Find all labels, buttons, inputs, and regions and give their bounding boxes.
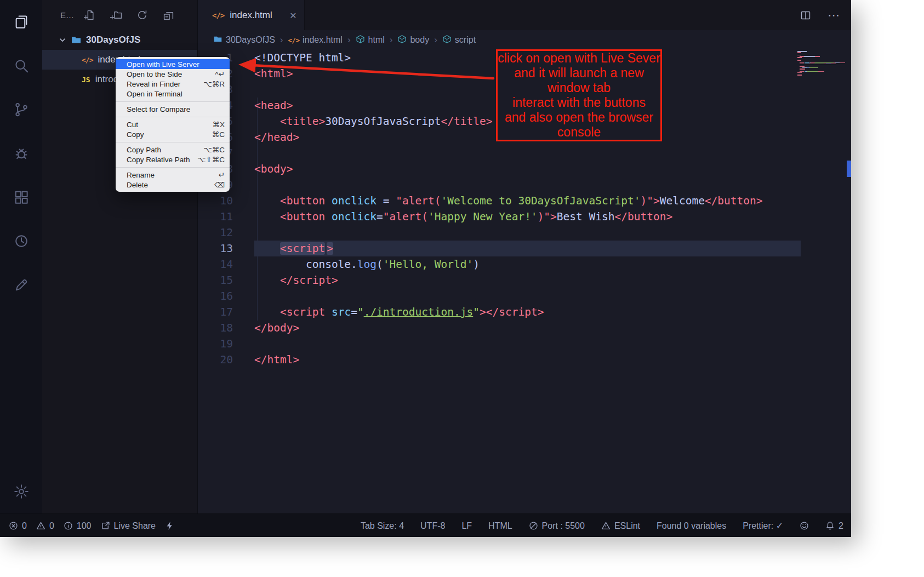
history-icon[interactable] <box>0 219 42 263</box>
folder-label: 30DaysOfJS <box>86 35 140 45</box>
menu-item-rename[interactable]: Rename↵ <box>116 170 230 180</box>
tab-bar: </> index.html × ⋯ <box>198 0 851 30</box>
tab-label: index.html <box>230 10 272 21</box>
status-label: Tab Size: 4 <box>361 521 404 531</box>
folder-icon <box>213 35 223 46</box>
menu-item-select-for-compare[interactable]: Select for Compare <box>116 104 230 114</box>
status-label: LF <box>461 521 472 531</box>
new-file-icon[interactable] <box>84 9 95 21</box>
annotation-line: interact with the buttons <box>498 95 660 110</box>
code-line-10[interactable]: 10 <button onclick = "alert('Welcome to … <box>198 193 851 209</box>
settings-icon[interactable] <box>0 470 42 513</box>
menu-item-copy-relative-path[interactable]: Copy Relative Path⌥⇧⌘C <box>116 155 230 164</box>
status-found-0-variables[interactable]: Found 0 variables <box>657 521 726 531</box>
status-html[interactable]: HTML <box>488 521 512 531</box>
search-icon[interactable] <box>0 44 42 88</box>
menu-item-cut[interactable]: Cut⌘X <box>116 119 230 129</box>
symbol-cube-icon <box>356 35 365 46</box>
status-utf-8[interactable]: UTF-8 <box>420 521 445 531</box>
line-number: 17 <box>198 304 233 320</box>
split-editor-icon[interactable] <box>800 10 811 21</box>
status-lf[interactable]: LF <box>461 521 472 531</box>
html-file-icon: </> <box>212 11 224 20</box>
status-100[interactable]: 100 <box>64 521 92 531</box>
folder-icon <box>71 35 82 45</box>
extensions-icon[interactable] <box>0 175 42 219</box>
code-line-18[interactable]: 18</body> <box>198 320 851 336</box>
activity-bar <box>0 0 42 513</box>
code-line-14[interactable]: 14 console.log('Hello, World') <box>198 256 851 272</box>
breadcrumb-html[interactable]: html <box>356 35 385 46</box>
status-label: UTF-8 <box>420 521 445 531</box>
debug-icon[interactable] <box>0 132 42 175</box>
code-line-12[interactable]: 12 <box>198 225 851 241</box>
folder-row-30daysofjs[interactable]: 30DaysOfJS <box>42 30 197 50</box>
html-file-icon: </> <box>82 56 93 64</box>
context-menu: Open with Live ServerOpen to the Side^↵R… <box>116 57 230 192</box>
menu-item-open-to-the-side[interactable]: Open to the Side^↵ <box>116 69 230 79</box>
more-actions-icon[interactable]: ⋯ <box>828 8 840 22</box>
line-number: 20 <box>198 352 233 368</box>
status-prettier-[interactable]: Prettier: ✓ <box>743 521 783 531</box>
menu-separator <box>116 167 230 168</box>
code-line-13[interactable]: 13 <script> <box>198 241 851 256</box>
smiley-icon <box>800 521 809 530</box>
status-tab-size-4[interactable]: Tab Size: 4 <box>361 521 404 531</box>
breadcrumb-30daysofjs[interactable]: 30DaysOfJS <box>213 35 275 46</box>
status-label: Live Share <box>114 521 156 531</box>
status-2[interactable]: 2 <box>825 521 843 531</box>
code-line-9[interactable]: 9 <box>198 177 851 193</box>
menu-item-open-with-live-server[interactable]: Open with Live Server <box>116 59 230 69</box>
status-label: 100 <box>77 521 92 531</box>
menu-item-copy[interactable]: Copy⌘C <box>116 129 230 139</box>
line-number: 19 <box>198 336 233 352</box>
tab-index-html[interactable]: </> index.html × <box>198 0 305 30</box>
annotation-line: window tab <box>498 81 660 95</box>
breadcrumb-script[interactable]: script <box>442 35 476 46</box>
status-live-share[interactable]: Live Share <box>101 521 156 531</box>
source-control-icon[interactable] <box>0 88 42 132</box>
code-line-19[interactable]: 19 <box>198 336 851 352</box>
code-line-11[interactable]: 11 <button onclick="alert('Happy New Yea… <box>198 209 851 225</box>
line-number: 11 <box>198 209 233 225</box>
status-port-5500[interactable]: Port : 5500 <box>529 521 585 531</box>
code-line-20[interactable]: 20</html> <box>198 352 851 368</box>
code-line-15[interactable]: 15 </script> <box>198 272 851 288</box>
refresh-icon[interactable] <box>136 9 148 21</box>
status-0[interactable]: 0 <box>9 521 27 531</box>
new-folder-icon[interactable] <box>110 9 122 21</box>
warning-icon <box>601 521 611 530</box>
menu-item-open-in-terminal[interactable]: Open in Terminal <box>116 89 230 99</box>
close-icon[interactable]: × <box>290 9 296 21</box>
breadcrumb-separator: › <box>347 35 351 45</box>
info-icon <box>64 521 73 530</box>
status-label: HTML <box>488 521 512 531</box>
status-smiley[interactable] <box>800 521 809 530</box>
status-0[interactable]: 0 <box>36 521 54 531</box>
status-eslint[interactable]: ESLint <box>601 521 640 531</box>
editor-actions: ⋯ <box>800 0 851 30</box>
code-line-8[interactable]: 8<body> <box>198 161 851 177</box>
status-bolt[interactable] <box>165 521 174 530</box>
status-left: 00100Live Share <box>9 521 174 531</box>
menu-item-copy-path[interactable]: Copy Path⌥⌘C <box>116 145 230 155</box>
pen-icon[interactable] <box>0 263 42 307</box>
status-right: Tab Size: 4UTF-8LFHTMLPort : 5500ESLintF… <box>361 521 843 531</box>
breadcrumb-separator: › <box>390 35 393 45</box>
code-line-17[interactable]: 17 <script src="./introduction.js"></scr… <box>198 304 851 320</box>
code-line-7[interactable]: 7 <box>198 145 851 161</box>
explorer-icon[interactable] <box>0 0 42 44</box>
minimap[interactable] <box>797 51 847 76</box>
status-label: Found 0 variables <box>657 521 726 531</box>
menu-item-reveal-in-finder[interactable]: Reveal in Finder⌥⌘R <box>116 79 230 89</box>
breadcrumb-index-html[interactable]: </>index.html <box>288 35 342 45</box>
collapse-all-icon[interactable] <box>163 9 174 21</box>
error-icon <box>9 521 18 530</box>
menu-item-delete[interactable]: Delete⌫ <box>116 180 230 190</box>
live-share-icon <box>101 521 110 530</box>
annotation-line: console <box>498 125 660 140</box>
code-line-16[interactable]: 16 <box>198 288 851 304</box>
symbol-cube-icon <box>397 35 407 46</box>
status-label: 0 <box>49 521 54 531</box>
breadcrumb-body[interactable]: body <box>397 35 429 46</box>
